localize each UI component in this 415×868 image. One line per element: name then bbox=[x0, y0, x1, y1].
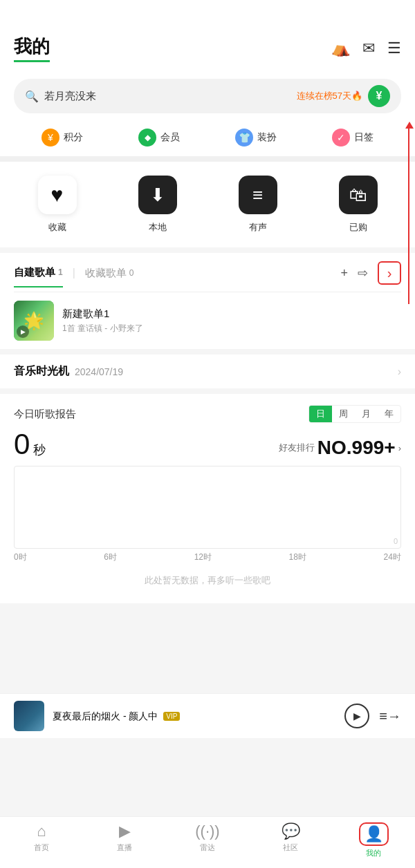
playlist-desc: 1首 童话镇 - 小野来了 bbox=[62, 323, 401, 334]
header-icons: ⛺ ✉ ☰ bbox=[331, 39, 401, 57]
menu-icon[interactable]: ☰ bbox=[387, 39, 401, 57]
playlist-name: 新建歌单1 bbox=[62, 308, 401, 321]
x-label-12h: 12时 bbox=[194, 551, 212, 563]
music-time-arrow: › bbox=[398, 366, 401, 378]
playlist-section: 自建歌单 1 | 收藏歌单 0 + ⇨ › 🌟 ▶ bbox=[0, 253, 415, 349]
tab-community[interactable]: 💬 社区 bbox=[270, 822, 311, 858]
mine-label: 我的 bbox=[366, 848, 381, 858]
playlist-info: 新建歌单1 1首 童话镇 - 小野来了 bbox=[62, 308, 401, 334]
play-button[interactable]: ▶ bbox=[344, 704, 369, 728]
x-label-24h: 24时 bbox=[384, 551, 401, 563]
tab-mine[interactable]: 👤 我的 bbox=[353, 822, 394, 858]
rank-label: 好友排行 bbox=[279, 442, 315, 454]
bag-icon: 🛍 bbox=[339, 176, 378, 214]
live-label: 直播 bbox=[117, 842, 132, 853]
tab-radar[interactable]: ((·)) 雷达 bbox=[187, 822, 228, 858]
report-rank[interactable]: 好友排行 NO.999+ › bbox=[279, 437, 401, 459]
audio-label: 有声 bbox=[249, 221, 267, 234]
x-label-6h: 6时 bbox=[104, 551, 117, 563]
playlist-thumbnail: 🌟 ▶ bbox=[14, 301, 54, 341]
x-label-18h: 18时 bbox=[289, 551, 306, 563]
search-section: 🔍 若月亮没来 连续在榜57天🔥 ¥ bbox=[0, 72, 415, 123]
tab-home[interactable]: ⌂ 首页 bbox=[21, 822, 62, 858]
report-time-unit: 秒 bbox=[33, 443, 46, 457]
chart-empty-text: 此处暂无数据，再多听一些歌吧 bbox=[14, 567, 401, 596]
checkin-icon: ✓ bbox=[332, 129, 350, 147]
divider-1 bbox=[0, 156, 415, 162]
header: 我的 ⛺ ✉ ☰ bbox=[0, 0, 415, 72]
dress-label: 装扮 bbox=[257, 131, 277, 144]
radar-label: 雷达 bbox=[200, 842, 215, 853]
live-icon: ▶ bbox=[119, 822, 131, 840]
tab-live[interactable]: ▶ 直播 bbox=[104, 822, 145, 858]
home-label: 首页 bbox=[34, 842, 49, 853]
tab-bar: ⌂ 首页 ▶ 直播 ((·)) 雷达 💬 社区 👤 我的 bbox=[0, 816, 415, 868]
audio-icon: ≡ bbox=[239, 176, 277, 214]
func-audio[interactable]: ≡ 有声 bbox=[239, 176, 277, 234]
music-time-date: 2024/07/19 bbox=[75, 366, 123, 377]
search-text: 若月亮没来 bbox=[44, 90, 291, 103]
vip-label: 会员 bbox=[160, 131, 180, 144]
func-icons: ♥ 收藏 ⬇ 本地 ≡ 有声 🛍 已购 bbox=[0, 162, 415, 247]
community-label: 社区 bbox=[283, 842, 298, 853]
checkin-label: 日签 bbox=[354, 131, 374, 144]
quick-action-dress[interactable]: 👕 装扮 bbox=[235, 129, 277, 147]
report-header: 今日听歌报告 日 周 月 年 bbox=[14, 405, 401, 423]
vip-badge: VIP bbox=[163, 712, 180, 721]
quick-action-points[interactable]: ¥ 积分 bbox=[42, 129, 83, 147]
report-tabs: 日 周 月 年 bbox=[308, 405, 401, 423]
expand-playlist-button[interactable]: › bbox=[378, 261, 401, 285]
home-icon: ⌂ bbox=[37, 822, 46, 840]
quick-action-checkin[interactable]: ✓ 日签 bbox=[332, 129, 374, 147]
camp-icon[interactable]: ⛺ bbox=[331, 39, 350, 57]
search-bar[interactable]: 🔍 若月亮没来 连续在榜57天🔥 ¥ bbox=[14, 79, 401, 113]
red-arrow-line bbox=[408, 124, 409, 304]
favorites-label: 收藏 bbox=[48, 221, 66, 234]
report-time-value: 0 bbox=[14, 428, 30, 460]
tab-my-playlists[interactable]: 自建歌单 1 bbox=[14, 266, 63, 287]
local-label: 本地 bbox=[149, 221, 167, 234]
radar-icon: ((·)) bbox=[195, 822, 219, 840]
tab-collected-playlists[interactable]: 收藏歌单 0 bbox=[85, 267, 134, 287]
points-icon: ¥ bbox=[42, 129, 59, 147]
report-tab-week[interactable]: 周 bbox=[332, 406, 355, 422]
search-icon: 🔍 bbox=[25, 90, 39, 103]
search-coin-button[interactable]: ¥ bbox=[368, 85, 390, 107]
func-favorites[interactable]: ♥ 收藏 bbox=[38, 176, 77, 234]
report-tab-month[interactable]: 月 bbox=[355, 406, 378, 422]
x-label-0h: 0时 bbox=[14, 551, 27, 563]
vip-icon: ◆ bbox=[138, 129, 156, 147]
report-section: 今日听歌报告 日 周 月 年 0 秒 好友排行 NO.999+ › 0 0时 6… bbox=[0, 394, 415, 603]
now-playing-bar: 夏夜最后的烟火 - 颜人中 VIP ▶ ≡→ bbox=[0, 693, 415, 738]
music-time-machine[interactable]: 音乐时光机 2024/07/19 › bbox=[0, 355, 415, 388]
points-label: 积分 bbox=[64, 131, 83, 144]
report-tab-day[interactable]: 日 bbox=[309, 406, 332, 422]
func-purchased[interactable]: 🛍 已购 bbox=[339, 176, 378, 234]
playlist-actions: + ⇨ › bbox=[340, 261, 401, 292]
now-playing-controls: ▶ ≡→ bbox=[344, 704, 401, 728]
chart-area: 0 bbox=[14, 466, 401, 549]
rank-value: NO.999+ bbox=[317, 437, 396, 459]
page-title: 我的 bbox=[14, 35, 50, 62]
chart-zero-label: 0 bbox=[394, 537, 398, 545]
report-tab-year[interactable]: 年 bbox=[378, 406, 400, 422]
music-time-title: 音乐时光机 bbox=[14, 364, 69, 379]
func-local[interactable]: ⬇ 本地 bbox=[138, 176, 177, 234]
playlist-tabs: 自建歌单 1 | 收藏歌单 0 + ⇨ › bbox=[14, 253, 401, 292]
now-playing-title: 夏夜最后的烟火 - 颜人中 VIP bbox=[53, 710, 180, 721]
queue-icon[interactable]: ≡→ bbox=[379, 708, 401, 724]
red-arrow-tip bbox=[405, 122, 414, 129]
add-playlist-button[interactable]: + bbox=[340, 266, 348, 281]
playlist-play-icon: ▶ bbox=[17, 326, 29, 338]
playlist-item[interactable]: 🌟 ▶ 新建歌单1 1首 童话镇 - 小野来了 bbox=[14, 292, 401, 349]
community-icon: 💬 bbox=[282, 822, 300, 840]
quick-action-vip[interactable]: ◆ 会员 bbox=[138, 129, 180, 147]
now-playing-info: 夏夜最后的烟火 - 颜人中 VIP bbox=[53, 710, 336, 723]
report-stats: 0 秒 好友排行 NO.999+ › bbox=[14, 430, 401, 459]
search-badge: 连续在榜57天🔥 bbox=[297, 90, 362, 102]
heart-icon: ♥ bbox=[38, 176, 77, 214]
mail-icon[interactable]: ✉ bbox=[362, 39, 375, 57]
import-playlist-button[interactable]: ⇨ bbox=[358, 265, 368, 281]
chart-x-labels: 0时 6时 12时 18时 24时 bbox=[14, 551, 401, 563]
now-playing-thumbnail bbox=[14, 701, 44, 731]
